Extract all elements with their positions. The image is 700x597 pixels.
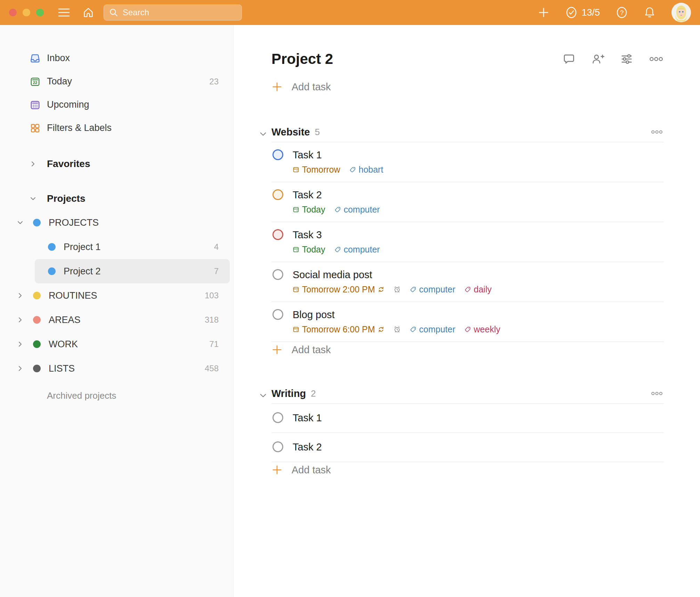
quick-add-icon[interactable] [538, 7, 550, 18]
task-title[interactable]: Task 1 [293, 149, 664, 161]
project-count: 103 [205, 291, 219, 300]
calendar-icon [293, 326, 299, 333]
project-label: WORK [49, 339, 78, 350]
sidebar-item-inbox[interactable]: Inbox [0, 47, 233, 70]
user-avatar[interactable] [671, 3, 691, 22]
project-count: 4 [214, 242, 219, 252]
sidebar-section-favorites[interactable]: Favorites [0, 156, 233, 172]
section-more-options-icon[interactable] [650, 127, 664, 137]
calendar-icon [293, 166, 299, 173]
chevron-right-icon[interactable] [16, 292, 25, 299]
sidebar-project-projects[interactable]: PROJECTS [0, 210, 233, 235]
section-more-options-icon[interactable] [650, 388, 664, 399]
search-bar[interactable] [104, 5, 242, 20]
window-close-button[interactable] [9, 9, 17, 16]
sidebar-item-filters-labels[interactable]: Filters & Labels [0, 116, 233, 140]
sidebar-item-label: Filters & Labels [47, 123, 112, 133]
chevron-right-icon[interactable] [16, 316, 25, 323]
notifications-bell-icon[interactable] [644, 6, 656, 19]
add-collaborator-icon[interactable] [591, 52, 605, 66]
sidebar-project-lists[interactable]: LISTS 458 [0, 356, 233, 381]
task-checkbox[interactable] [272, 309, 283, 320]
chevron-down-icon[interactable] [259, 130, 267, 138]
label-chip[interactable]: computer [410, 324, 455, 335]
project-color-dot [48, 243, 56, 251]
sidebar-section-label: Favorites [47, 158, 90, 169]
chevron-down-icon[interactable] [16, 219, 25, 226]
task-title[interactable]: Task 1 [293, 412, 664, 424]
task-checkbox[interactable] [272, 412, 283, 423]
label-chip[interactable]: daily [464, 284, 491, 295]
alarm-clock-icon [393, 286, 401, 293]
add-task-button[interactable]: Add task [271, 463, 664, 477]
add-task-button[interactable]: Add task [271, 343, 664, 357]
label-chip[interactable]: weekly [464, 324, 500, 335]
task-title[interactable]: Task 2 [293, 441, 664, 453]
due-date-chip[interactable]: Today [293, 204, 325, 215]
label-chip[interactable]: hobart [349, 164, 383, 175]
task-checkbox[interactable] [272, 229, 283, 240]
task-checkbox[interactable] [272, 149, 283, 160]
due-date-chip[interactable]: Tomorrow 2:00 PM [293, 284, 384, 295]
task-title[interactable]: Blog post [293, 308, 664, 321]
recurring-icon [378, 326, 384, 333]
label-chip[interactable]: computer [410, 284, 455, 295]
due-date-chip[interactable]: Tomorrow [293, 164, 340, 175]
label-chip[interactable]: computer [334, 204, 380, 215]
tag-icon [334, 246, 341, 253]
chevron-right-icon[interactable] [16, 341, 25, 348]
svg-text:22: 22 [33, 81, 38, 85]
sidebar-project-project-1[interactable]: Project 1 4 [35, 235, 230, 259]
reminder-chip[interactable] [393, 326, 401, 333]
sidebar-toggle-icon[interactable] [58, 8, 70, 17]
task-row: Task 3 Today [271, 222, 664, 262]
project-label: LISTS [49, 363, 75, 374]
chevron-right-icon[interactable] [16, 365, 25, 372]
project-color-dot [33, 292, 41, 299]
task-checkbox[interactable] [272, 189, 283, 200]
search-input[interactable] [123, 8, 237, 17]
check-circle-icon [565, 6, 577, 19]
today-calendar-icon: 22 [30, 76, 41, 87]
archived-projects-link[interactable]: Archived projects [0, 390, 233, 401]
task-title[interactable]: Social media post [293, 268, 664, 281]
window-zoom-button[interactable] [36, 9, 44, 16]
sidebar-project-areas[interactable]: AREAS 318 [0, 308, 233, 332]
label-chip[interactable]: computer [334, 244, 380, 255]
sidebar-item-today[interactable]: 22 Today 23 [0, 70, 233, 93]
reminder-chip[interactable] [393, 286, 401, 293]
help-icon[interactable]: ? [616, 6, 628, 19]
task-title[interactable]: Task 3 [293, 229, 664, 241]
sidebar-project-routines[interactable]: ROUTINES 103 [0, 283, 233, 308]
due-date-chip[interactable]: Tomorrow 6:00 PM [293, 324, 384, 335]
task-row: Social media post Tomorrow 2:00 PM [271, 262, 664, 302]
sidebar-item-label: Upcoming [47, 99, 89, 110]
add-task-label: Add task [292, 81, 331, 93]
productivity-counter[interactable]: 13/5 [565, 6, 600, 19]
sidebar-project-work[interactable]: WORK 71 [0, 332, 233, 356]
due-date-chip[interactable]: Today [293, 244, 325, 255]
chevron-down-icon[interactable] [259, 391, 267, 400]
plus-icon [271, 464, 283, 475]
task-title[interactable]: Task 2 [293, 189, 664, 201]
add-task-button[interactable]: Add task [271, 80, 664, 94]
window-controls [9, 9, 44, 16]
calendar-icon [293, 246, 299, 253]
project-label: Project 2 [64, 266, 101, 277]
project-label: AREAS [49, 315, 81, 325]
tag-icon [349, 166, 356, 173]
home-icon[interactable] [82, 7, 95, 18]
task-checkbox[interactable] [272, 269, 283, 280]
task-checkbox[interactable] [272, 441, 283, 452]
sidebar-item-upcoming[interactable]: Upcoming [0, 93, 233, 116]
project-count: 71 [209, 339, 219, 349]
task-row: Task 2 [271, 433, 664, 462]
comments-icon[interactable] [562, 52, 576, 66]
window-minimize-button[interactable] [23, 9, 30, 16]
task-row: Blog post Tomorrow 6:00 PM [271, 302, 664, 342]
chevron-down-icon [30, 195, 36, 202]
more-options-icon[interactable] [649, 52, 664, 66]
sidebar-section-projects[interactable]: Projects [0, 190, 233, 207]
sidebar-project-project-2[interactable]: Project 2 7 [35, 259, 230, 283]
view-options-icon[interactable] [620, 52, 633, 66]
